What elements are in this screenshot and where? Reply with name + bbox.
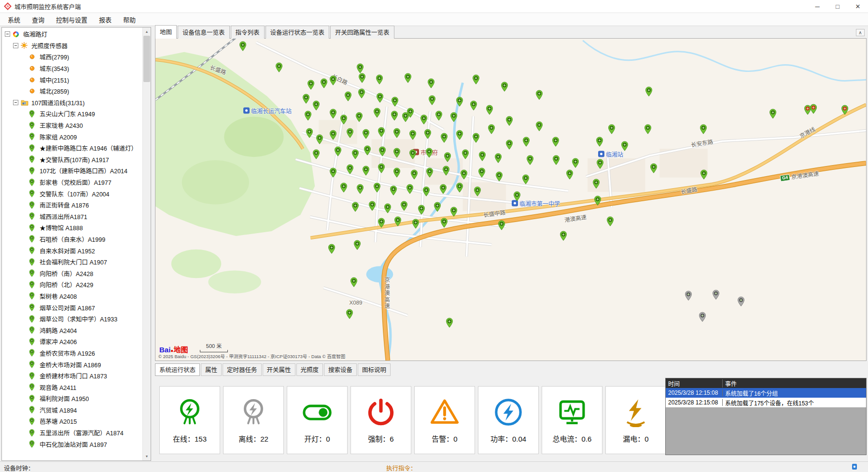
tree-item[interactable]: 社会福利院大门口 A1907 — [2, 256, 142, 268]
device-pin-red[interactable] — [841, 105, 849, 115]
device-pin-green[interactable] — [418, 205, 425, 215]
tree-item[interactable]: 金桥建材市场门口 A1873 — [2, 370, 142, 382]
tree-item[interactable]: 光照度传感器 — [2, 40, 142, 52]
device-pin-green[interactable] — [355, 112, 363, 122]
tree-item[interactable]: ★交警队西(107南) A1917 — [2, 154, 142, 166]
device-pin-green[interactable] — [566, 170, 574, 180]
minimize-button[interactable]: ─ — [807, 0, 827, 13]
device-pin-green[interactable] — [700, 170, 708, 180]
device-pin-green[interactable] — [364, 146, 371, 156]
device-pin-green[interactable] — [239, 41, 247, 51]
device-pin-green[interactable] — [435, 111, 443, 121]
horizontal-splitter[interactable] — [155, 361, 867, 365]
maximize-button[interactable]: □ — [827, 0, 848, 13]
device-pin-green[interactable] — [393, 168, 401, 178]
device-pin-green[interactable] — [346, 309, 353, 319]
device-pin-gray[interactable] — [737, 296, 745, 306]
device-pin-green[interactable] — [356, 184, 364, 194]
device-pin-green[interactable] — [378, 163, 385, 173]
menu-item[interactable]: 系统 — [2, 13, 26, 26]
event-log-row[interactable]: 2025/3/28 12:15:08系统加载了16个分组 — [666, 388, 866, 398]
device-pin-green[interactable] — [334, 147, 342, 157]
device-pin-green[interactable] — [606, 216, 614, 226]
tab-item[interactable]: 地图 — [155, 25, 177, 39]
tree-item[interactable]: 烟草公司（求知中学）A1933 — [2, 313, 142, 325]
tree-item[interactable]: 陈家组 A2009 — [2, 131, 142, 142]
device-pin-green[interactable] — [329, 75, 337, 85]
tab-item[interactable]: 设备信息一览表 — [178, 26, 230, 39]
device-pin-green[interactable] — [456, 97, 463, 107]
tree-item[interactable]: 芭茅塘 A2015 — [2, 416, 142, 427]
device-pin-gray[interactable] — [699, 312, 706, 322]
device-pin-green[interactable] — [450, 112, 458, 122]
device-pin-green[interactable] — [404, 73, 412, 83]
device-pin-green[interactable] — [302, 94, 310, 104]
tree-item[interactable]: 向阳桥（南）A2428 — [2, 267, 142, 279]
device-pin-green[interactable] — [596, 137, 603, 147]
device-pin-green[interactable] — [769, 109, 777, 119]
device-pin-green[interactable] — [440, 218, 448, 228]
device-pin-green[interactable] — [376, 93, 384, 103]
tree-item[interactable]: 金桥农贸市场 A1926 — [2, 347, 142, 359]
device-pin-green[interactable] — [426, 168, 434, 178]
device-pin-green[interactable] — [434, 202, 441, 212]
device-pin-green[interactable] — [406, 184, 414, 194]
device-pin-green[interactable] — [384, 203, 392, 213]
device-pin-green[interactable] — [351, 202, 359, 212]
tree-item[interactable]: 向阳桥（北）A2429 — [2, 279, 142, 291]
device-pin-green[interactable] — [478, 151, 486, 161]
device-pin-green[interactable] — [344, 91, 352, 101]
device-pin-green[interactable] — [501, 82, 508, 92]
device-pin-green[interactable] — [535, 90, 543, 100]
tree-item[interactable]: 107北（建新中路路口西）A2014 — [2, 165, 142, 177]
device-pin-green[interactable] — [329, 130, 337, 140]
close-button[interactable]: ✕ — [848, 0, 868, 13]
device-pin-green[interactable] — [505, 116, 513, 126]
device-pin-green[interactable] — [304, 111, 312, 121]
device-pin-green[interactable] — [356, 63, 364, 73]
device-pin-green[interactable] — [488, 125, 495, 135]
device-pin-green[interactable] — [378, 127, 385, 138]
tree-item[interactable]: 谭家冲 A2406 — [2, 336, 142, 347]
device-pin-green[interactable] — [306, 128, 313, 139]
device-pin-green[interactable] — [644, 125, 652, 135]
device-pin-green[interactable] — [450, 207, 458, 217]
device-pin-green[interactable] — [424, 129, 432, 139]
tab-item[interactable]: 开关属性 — [263, 363, 295, 376]
tab-item[interactable]: 系统运行状态 — [155, 363, 200, 376]
tab-item[interactable]: 图标说明 — [358, 363, 391, 376]
tree-item[interactable]: 城东(3543) — [2, 63, 142, 74]
scroll-up-icon[interactable]: ▲ — [143, 28, 151, 36]
device-pin-green[interactable] — [400, 201, 408, 211]
menu-item[interactable]: 查询 — [26, 13, 50, 26]
device-pin-green[interactable] — [329, 168, 337, 178]
tab-item[interactable]: 搜索设备 — [324, 363, 357, 376]
device-pin-green[interactable] — [391, 97, 399, 107]
tab-item[interactable]: 属性 — [201, 363, 222, 376]
device-pin-green[interactable] — [316, 134, 323, 144]
device-pin-green[interactable] — [422, 186, 430, 196]
device-pin-green[interactable] — [700, 125, 707, 135]
tree-item[interactable]: 城北(2859) — [2, 85, 142, 97]
device-pin-green[interactable] — [346, 164, 354, 174]
tree-item[interactable]: 石咀桥（自来水）A1999 — [2, 234, 142, 245]
device-pin-green[interactable] — [522, 174, 530, 184]
device-pin-green[interactable] — [552, 155, 560, 165]
device-pin-green[interactable] — [440, 133, 448, 143]
tree-item[interactable]: 观音路 A2411 — [2, 381, 142, 393]
device-pin-green[interactable] — [428, 95, 436, 105]
device-pin-green[interactable] — [368, 201, 376, 211]
device-pin-green[interactable] — [412, 219, 420, 229]
device-pin-green[interactable] — [353, 240, 361, 250]
tab-item[interactable]: 定时器任务 — [223, 363, 262, 376]
device-pin-green[interactable] — [420, 114, 428, 125]
device-pin-green[interactable] — [472, 133, 480, 143]
tree-item[interactable]: 鸿鹤路 A2404 — [2, 324, 142, 336]
device-pin-green[interactable] — [621, 141, 629, 151]
menu-item[interactable]: 控制与设置 — [50, 13, 93, 26]
device-pin-green[interactable] — [312, 150, 320, 160]
tab-item[interactable]: 开关回路属性一览表 — [330, 26, 394, 39]
device-pin-green[interactable] — [645, 87, 653, 97]
device-pin-green[interactable] — [391, 111, 398, 121]
tree-item[interactable]: 中石化加油站对面 A1897 — [2, 438, 142, 450]
